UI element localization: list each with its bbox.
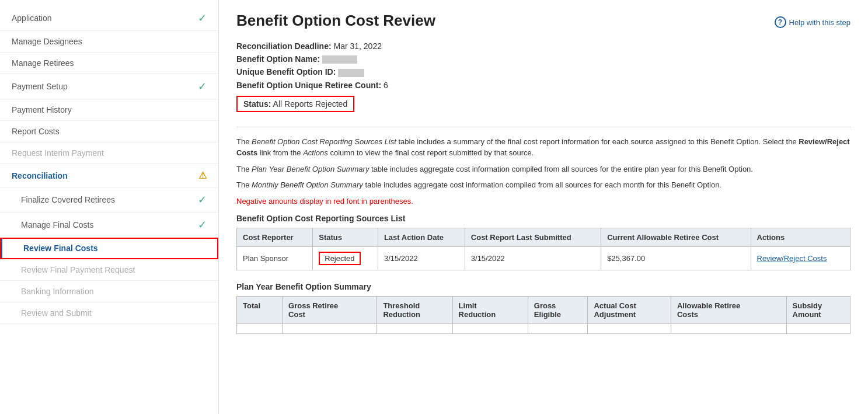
divider: [236, 127, 850, 127]
col-cost-report-last-submitted: Cost Report Last Submitted: [465, 228, 601, 247]
col-allowable-retiree-costs: Allowable RetireeCosts: [671, 297, 786, 324]
status-box: Status: All Reports Rejected: [236, 96, 354, 112]
sidebar-item-label-review-final-costs: Review Final Costs: [23, 243, 98, 253]
col-status: Status: [313, 228, 378, 247]
col-subsidy-amount: SubsidyAmount: [786, 297, 850, 324]
sidebar: Application✓Manage DesigneesManage Retir…: [0, 0, 219, 414]
sidebar-item-label-payment-history: Payment History: [12, 105, 72, 114]
col-gross-retiree-cost: Gross RetireeCost: [283, 297, 377, 324]
sources-table-title: Benefit Option Cost Reporting Sources Li…: [236, 214, 850, 223]
sidebar-item-label-report-costs: Report Costs: [12, 127, 60, 136]
last-action-date-cell: 3/15/2022: [378, 247, 465, 270]
main-content: Benefit Option Cost Review ? Help with t…: [219, 0, 868, 414]
sidebar-item-label-payment-setup: Payment Setup: [12, 82, 68, 91]
benefit-option-name-row: Benefit Option Name:: [236, 54, 850, 64]
col-threshold-reduction: ThresholdReduction: [377, 297, 452, 324]
retiree-count-row: Benefit Option Unique Retiree Count: 6: [236, 81, 850, 90]
sidebar-item-request-interim-payment: Request Interim Payment: [0, 142, 218, 164]
rejected-badge: Rejected: [319, 252, 360, 265]
help-link[interactable]: ? Help with this step: [775, 16, 851, 28]
check-icon: ✓: [198, 12, 207, 25]
check-icon: ✓: [198, 218, 207, 231]
sidebar-item-label-review-and-submit: Review and Submit: [21, 308, 92, 318]
sidebar-item-payment-setup[interactable]: Payment Setup✓: [0, 74, 218, 99]
sidebar-item-label-manage-retirees: Manage Retirees: [12, 58, 74, 68]
col-limit-reduction: LimitReduction: [452, 297, 528, 324]
col-current-allowable-retiree-cost: Current Allowable Retiree Cost: [601, 228, 751, 247]
warning-icon: ⚠: [198, 170, 207, 181]
cost-report-submitted-cell: 3/15/2022: [465, 247, 601, 270]
sidebar-item-review-final-payment-request: Review Final Payment Request: [0, 259, 218, 281]
sidebar-item-label-reconciliation: Reconciliation: [12, 171, 68, 180]
sidebar-item-label-manage-designees: Manage Designees: [12, 37, 82, 46]
cost-reporter-cell: Plan Sponsor: [237, 247, 313, 270]
retiree-count-label: Benefit Option Unique Retiree Count:: [236, 81, 381, 90]
sidebar-item-reconciliation[interactable]: Reconciliation⚠: [0, 164, 218, 187]
description-3: The Monthly Benefit Option Summary table…: [236, 179, 850, 191]
benefit-option-name-label: Benefit Option Name:: [236, 54, 320, 64]
retiree-count-value: 6: [384, 81, 388, 90]
table-row: [237, 324, 850, 334]
plan-year-table-title: Plan Year Benefit Option Summary: [236, 282, 850, 291]
sidebar-item-label-review-final-payment-request: Review Final Payment Request: [21, 265, 135, 274]
status-label: Status:: [243, 99, 271, 109]
sidebar-item-payment-history[interactable]: Payment History: [0, 99, 218, 121]
benefit-option-name-value: [322, 55, 357, 64]
description-1: The Benefit Option Cost Reporting Source…: [236, 136, 850, 159]
sidebar-item-manage-designees[interactable]: Manage Designees: [0, 31, 218, 53]
unique-benefit-option-id-label: Unique Benefit Option ID:: [236, 67, 336, 76]
reconciliation-deadline-row: Reconciliation Deadline: Mar 31, 2022: [236, 41, 850, 51]
col-gross-eligible: GrossEligible: [528, 297, 588, 324]
sidebar-item-review-final-costs[interactable]: Review Final Costs: [0, 238, 218, 259]
status-value: All Reports Rejected: [273, 99, 348, 109]
info-section: Reconciliation Deadline: Mar 31, 2022 Be…: [236, 41, 850, 118]
sidebar-item-label-request-interim-payment: Request Interim Payment: [12, 148, 104, 158]
sidebar-item-manage-final-costs[interactable]: Manage Final Costs✓: [0, 213, 218, 238]
sidebar-item-label-banking-information: Banking Information: [21, 287, 94, 296]
col-last-action-date: Last Action Date: [378, 228, 465, 247]
sidebar-item-review-and-submit: Review and Submit: [0, 302, 218, 324]
page-title: Benefit Option Cost Review: [236, 12, 435, 30]
current-allowable-retiree-cost-cell: $25,367.00: [601, 247, 751, 270]
check-icon: ✓: [198, 80, 207, 93]
note-text: Negative amounts display in red font in …: [236, 196, 850, 207]
status-cell: Rejected: [313, 247, 378, 270]
sidebar-item-label-manage-final-costs: Manage Final Costs: [21, 220, 94, 229]
col-cost-reporter: Cost Reporter: [237, 228, 313, 247]
sidebar-item-label-application: Application: [12, 13, 52, 23]
help-icon: ?: [775, 16, 786, 28]
reconciliation-deadline-value: Mar 31, 2022: [333, 41, 382, 51]
sidebar-item-application[interactable]: Application✓: [0, 6, 218, 31]
help-link-text: Help with this step: [789, 18, 851, 27]
sidebar-item-banking-information: Banking Information: [0, 281, 218, 302]
col-actions: Actions: [751, 228, 850, 247]
plan-year-table: Total Gross RetireeCost ThresholdReducti…: [236, 296, 850, 334]
actions-cell[interactable]: Review/Reject Costs: [751, 247, 850, 270]
unique-benefit-option-id-value: [338, 69, 364, 77]
sidebar-item-finalize-covered-retirees[interactable]: Finalize Covered Retirees✓: [0, 187, 218, 213]
col-total: Total: [237, 297, 283, 324]
unique-benefit-option-id-row: Unique Benefit Option ID:: [236, 67, 850, 76]
sidebar-item-label-finalize-covered-retirees: Finalize Covered Retirees: [21, 195, 115, 204]
col-actual-cost-adjustment: Actual CostAdjustment: [588, 297, 671, 324]
table-row: Plan SponsorRejected3/15/20223/15/2022$2…: [237, 247, 850, 270]
sidebar-item-report-costs[interactable]: Report Costs: [0, 121, 218, 142]
description-2: The Plan Year Benefit Option Summary tab…: [236, 163, 850, 175]
sources-table: Cost Reporter Status Last Action Date Co…: [236, 228, 850, 270]
sidebar-item-manage-retirees[interactable]: Manage Retirees: [0, 53, 218, 74]
check-icon: ✓: [198, 193, 207, 206]
reconciliation-deadline-label: Reconciliation Deadline:: [236, 41, 332, 51]
